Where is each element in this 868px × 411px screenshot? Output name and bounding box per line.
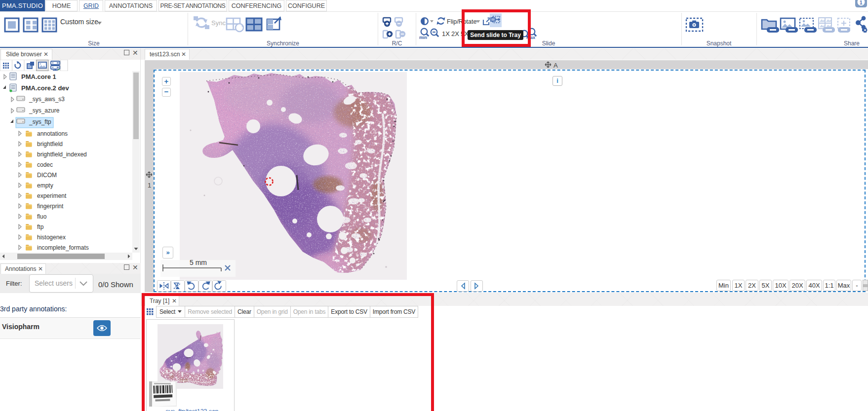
- svg-text:1X: 1X: [442, 30, 450, 37]
- svg-text:A: A: [553, 62, 558, 69]
- svg-text:1: 1: [148, 182, 151, 189]
- svg-text:Sync: Sync: [211, 19, 226, 27]
- svg-text:2X: 2X: [451, 30, 459, 37]
- svg-text:min: min: [419, 35, 427, 40]
- svg-text:Custom size: Custom size: [60, 18, 98, 26]
- svg-text:1: 1: [860, 0, 863, 5]
